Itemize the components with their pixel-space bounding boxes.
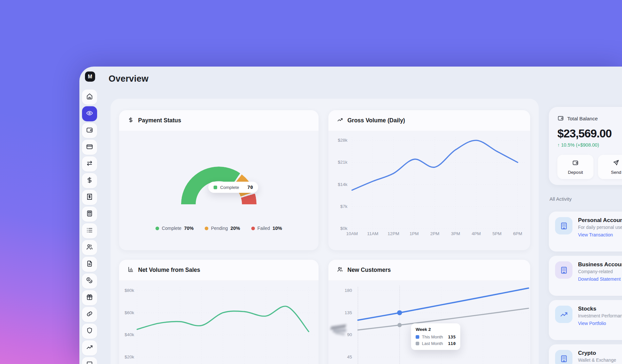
legend-label: Pending [211,226,228,231]
building-icon [555,350,572,364]
legend-item-pending: Pending20% [205,226,240,231]
sidebar-item-users[interactable] [82,240,97,255]
gift-icon [86,293,93,302]
chart-tooltip: Week 2 This Month 135 Last Month 110 [411,323,460,350]
sidebar-item-trending-up[interactable] [82,340,97,355]
legend-value: 20% [231,226,240,231]
send-button[interactable]: Send [598,155,622,179]
x-axis-label: 6PM [509,231,526,237]
activity-item-crypto[interactable]: CryptoWallet & ExchangeView Wallet [549,344,622,364]
sidebar-item-receipt[interactable] [82,190,97,205]
wallet-icon [557,115,564,123]
action-label: Send [611,170,621,175]
legend-label: Complete [162,226,181,231]
legend-item-complete: Complete70% [156,226,194,231]
shield-icon [86,327,93,335]
sidebar-item-eye[interactable] [82,106,97,121]
y-axis-label: $20k [121,354,134,360]
action-label: Deposit [568,170,583,175]
legend-label: Failed [258,226,270,231]
net-volume-header: Net Volume from Sales [119,260,319,281]
x-axis-label: 3PM [447,231,464,237]
card-net-volume: Net Volume from Sales $80k$60k$40k$20k [119,260,319,364]
all-activity-heading: All Activity [549,196,572,202]
y-axis-label: 180 [338,288,352,293]
dollar-icon [128,117,134,124]
app-window: M Overview Payment Status Complete 70 Co… [79,67,622,364]
card-title: Gross Volume (Daily) [347,117,405,124]
legend-dot [251,227,255,230]
legend-dot [205,227,208,230]
deposit-button[interactable]: Deposit [557,155,593,179]
sidebar-item-calculator[interactable] [82,207,97,222]
building-icon [555,261,572,279]
legend-value: 10% [273,226,282,231]
tooltip-row: Last Month 110 [416,341,456,346]
users-icon [337,266,343,274]
y-axis-label: $28k [333,137,347,143]
sidebar-item-gift[interactable] [82,290,97,305]
last-month-swatch [416,342,419,345]
x-axis-label: 1PM [405,231,423,237]
sidebar-item-credit-card[interactable] [82,140,97,155]
sidebar-item-file-text[interactable] [82,257,97,272]
activity-text: Business AccountCompany-relatedDownload … [578,261,622,290]
activity-text: StocksInvestment PerformanceView Portfol… [578,306,622,334]
balance-header: Total Balance [557,115,622,123]
trending-up-icon [86,344,93,352]
credit-card-icon [86,143,93,152]
net-volume-chart-area: $80k$60k$40k$20k [119,281,319,364]
y-axis-label: 135 [338,310,352,316]
gross-volume-header: Gross Volume (Daily) [328,110,530,131]
activity-link[interactable]: Download Statement [578,276,622,282]
trending-up-icon [555,306,572,323]
net-volume-chart [119,281,319,364]
activity-item-business-account[interactable]: Business AccountCompany-relatedDownload … [549,256,622,296]
activity-item-personal-account[interactable]: Personal AccountFor daily personal useVi… [549,212,622,252]
balance-label: Total Balance [567,116,598,122]
sidebar-item-home[interactable] [82,90,97,105]
x-axis-label: 12PM [385,231,402,237]
monitor-icon [86,360,93,364]
gross-volume-chart-area: $28k$21k$14k$7k$0k10AM11AM12PM1PM2PM3PM4… [328,131,530,250]
tooltip-value: 135 [448,334,456,339]
wallet-icon [572,159,579,167]
activity-desc: Company-related [578,269,622,274]
legend-value: 70% [184,226,194,231]
card-payment-status: Payment Status Complete 70 Complete70%Pe… [119,110,319,250]
tooltip-label: Complete [220,185,239,190]
activity-desc: For daily personal use [578,225,622,230]
balance-actions: Deposit Send [557,155,622,179]
card-title: Net Volume from Sales [138,267,200,273]
users-icon [86,243,93,252]
activity-link[interactable]: View Transaction [578,232,622,237]
balance-amount: $23,569.00 [557,127,622,140]
activity-title: Business Account [578,261,622,268]
sidebar [82,90,97,364]
card-title: New Customers [347,267,391,273]
gauge-legend: Complete70%Pending20%Failed10% [119,226,319,231]
payment-status-chart-area: Complete 70 Complete70%Pending20%Failed1… [119,131,319,250]
sidebar-item-link[interactable] [82,307,97,322]
sidebar-item-dollar-sign[interactable] [82,173,97,188]
sidebar-item-shield[interactable] [82,324,97,339]
x-axis-label: 2PM [426,231,444,237]
tooltip-row: This Month 135 [416,334,456,339]
sidebar-item-list[interactable] [82,223,97,238]
tooltip-value: 70 [247,185,253,190]
activity-link[interactable]: View Portfolio [578,321,622,326]
send-icon [613,159,619,167]
legend-dot [156,227,159,230]
transfers-icon [86,160,93,168]
this-month-swatch [416,335,419,339]
sidebar-item-coins[interactable] [82,273,97,289]
dollar-sign-icon [86,176,93,185]
balance-change: ↑ 10.5% (+$908.00) [557,142,622,148]
sidebar-item-wallet[interactable] [82,123,97,138]
page-title: Overview [109,74,149,84]
sidebar-item-monitor[interactable] [82,357,97,364]
sidebar-item-transfers[interactable] [82,156,97,172]
x-axis-label: 4PM [468,231,485,237]
building-icon [555,217,572,234]
activity-item-stocks[interactable]: StocksInvestment PerformanceView Portfol… [549,300,622,340]
